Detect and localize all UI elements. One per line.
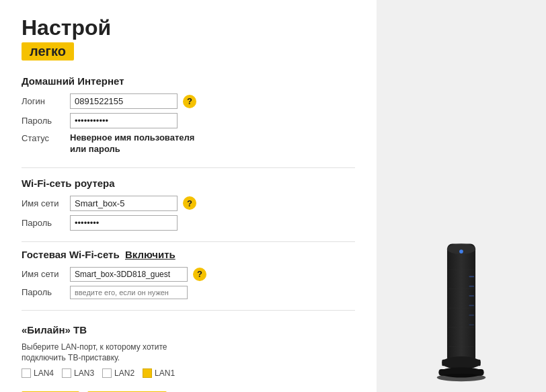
- lan2-checkbox[interactable]: [102, 368, 112, 378]
- login-label: Логин: [22, 96, 70, 106]
- lan3-item: LAN3: [62, 368, 94, 378]
- wifi-password-row: Пароль: [22, 215, 355, 231]
- internet-password-input[interactable]: [70, 113, 178, 128]
- internet-section-title: Домашний Интернет: [22, 75, 355, 87]
- enable-guest-link[interactable]: Включить: [125, 249, 176, 260]
- internet-help-icon[interactable]: ?: [183, 95, 196, 108]
- wifi-ssid-row: Имя сети ?: [22, 196, 355, 211]
- wifi-section: Wi-Fi-сеть роутера Имя сети ? Пароль: [22, 175, 355, 235]
- lan1-checkbox[interactable]: [143, 368, 152, 378]
- svg-rect-5: [469, 295, 474, 297]
- guest-help-icon[interactable]: ?: [193, 268, 206, 281]
- svg-rect-15: [442, 360, 480, 366]
- tv-description: Выберите LAN-порт, к которому хотите под…: [22, 342, 355, 363]
- svg-rect-8: [469, 324, 474, 325]
- guest-password-row: Пароль: [22, 286, 355, 299]
- lan4-label: LAN4: [34, 368, 54, 378]
- login-input[interactable]: [70, 93, 178, 109]
- svg-rect-0: [447, 244, 475, 363]
- wifi-section-title: Wi-Fi-сеть роутера: [22, 178, 355, 189]
- lan4-item: LAN4: [22, 368, 54, 378]
- svg-point-2: [459, 249, 463, 253]
- internet-password-row: Пароль: [22, 113, 355, 128]
- svg-point-18: [437, 374, 486, 381]
- tv-section: «Билайн» ТВ Выберите LAN-порт, к котором…: [22, 321, 355, 389]
- login-row: Логин ?: [22, 93, 355, 109]
- tv-section-title: «Билайн» ТВ: [22, 324, 355, 336]
- guest-ssid-label: Имя сети: [22, 269, 70, 279]
- svg-rect-3: [469, 276, 474, 277]
- page-title: Настрой легко: [22, 16, 355, 73]
- divider-3: [22, 310, 355, 311]
- divider-1: [22, 167, 355, 168]
- internet-password-label: Пароль: [22, 116, 70, 126]
- guest-ssid-row: Имя сети ?: [22, 267, 355, 282]
- status-text: Неверное имя пользователя или пароль: [70, 132, 194, 155]
- lan3-checkbox[interactable]: [62, 368, 71, 378]
- lan1-label: LAN1: [155, 368, 175, 378]
- lan1-item: LAN1: [143, 368, 175, 378]
- guest-password-label: Пароль: [22, 287, 70, 297]
- status-row: Статус Неверное имя пользователя или пар…: [22, 132, 355, 155]
- wifi-ssid-input[interactable]: [70, 196, 178, 211]
- svg-rect-7: [469, 315, 474, 316]
- lan2-label: LAN2: [114, 368, 134, 378]
- router-illustration: [428, 237, 495, 385]
- status-label: Статус: [22, 132, 70, 143]
- lan-row: LAN4 LAN3 LAN2 LAN1: [22, 368, 355, 378]
- guest-password-input[interactable]: [70, 286, 188, 299]
- internet-section: Домашний Интернет Логин ? Пароль Статус …: [22, 73, 355, 161]
- lan3-label: LAN3: [74, 368, 94, 378]
- main-content: Настрой легко Домашний Интернет Логин ? …: [0, 0, 377, 392]
- svg-rect-4: [469, 286, 474, 287]
- wifi-help-icon[interactable]: ?: [183, 196, 196, 210]
- lan2-item: LAN2: [102, 368, 134, 378]
- guest-section-title: Гостевая Wi-Fi-сеть Включить: [22, 249, 355, 260]
- right-panel: [377, 0, 546, 392]
- lan4-checkbox[interactable]: [22, 368, 31, 378]
- guest-ssid-input[interactable]: [70, 267, 188, 282]
- guest-wifi-section: Гостевая Wi-Fi-сеть Включить Имя сети ? …: [22, 249, 355, 303]
- wifi-ssid-label: Имя сети: [22, 198, 70, 208]
- svg-rect-6: [469, 305, 474, 306]
- divider-2: [22, 241, 355, 242]
- wifi-password-label: Пароль: [22, 218, 70, 228]
- wifi-password-input[interactable]: [70, 215, 178, 231]
